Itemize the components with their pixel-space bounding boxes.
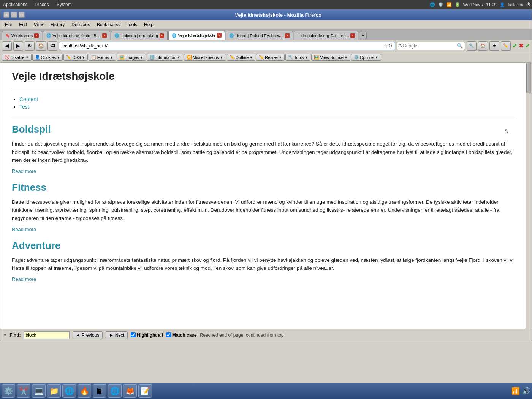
tab-wireframes[interactable]: 🔖 Wireframes × (2, 31, 42, 40)
applications-menu[interactable]: Applications (2, 1, 29, 8)
tab-vejle-bl[interactable]: 🌐 Vejle Idrætshøjskole | Bl... × (43, 31, 110, 40)
tab-vejle-active[interactable]: 🌐 Vejle Idrætshøjskole × (168, 31, 225, 40)
tab-raised-eyebrow[interactable]: 🌐 Home | Raised Eyebrow... × (226, 31, 293, 40)
disable-button[interactable]: 🚫 Disable ▼ (2, 54, 32, 61)
menu-file[interactable]: File (2, 21, 15, 28)
scroll-thumb[interactable] (526, 63, 531, 93)
taskbar-icon-editor[interactable]: 📝 (138, 384, 152, 398)
tools-icon[interactable]: 🔧 (467, 41, 477, 51)
pencil-icon[interactable]: ✏️ (501, 41, 511, 51)
back-button[interactable]: ◀ (2, 41, 12, 51)
view-source-button[interactable]: 🖼️ View Source ▼ (311, 54, 350, 61)
test-link[interactable]: Test (19, 104, 29, 110)
tray-wifi-icon: 📶 (511, 387, 520, 395)
refresh-icon[interactable]: ↻ (388, 43, 393, 49)
bookmark-icon[interactable]: ★ (489, 41, 499, 51)
content-area: Vejle Idrætshøjskole Content Test Boldsp… (0, 63, 532, 329)
tab-icon: 🔖 (5, 33, 10, 38)
mouse-cursor: ↖ (504, 127, 509, 135)
minimize-button[interactable]: − (11, 12, 17, 18)
previous-button[interactable]: ◄ Previous (73, 331, 103, 339)
taskbar-icon-firefox[interactable]: 🔥 (78, 384, 91, 398)
highlight-all-label[interactable]: Highlight all (131, 332, 163, 338)
taskbar-icon-terminal[interactable]: 💻 (32, 384, 46, 398)
information-button[interactable]: ℹ️ Information ▼ (147, 54, 183, 61)
menu-bookmarks[interactable]: Bookmarks (94, 21, 123, 28)
search-icon[interactable]: 🔍 (457, 43, 463, 49)
bookmark-star-icon[interactable]: ☆ (383, 43, 388, 49)
menu-help[interactable]: Help (141, 21, 157, 28)
search-input[interactable] (403, 43, 456, 49)
nav-list-item: Content (19, 96, 514, 102)
options-label: Options (360, 55, 374, 60)
title-divider (12, 90, 88, 90)
checkmark2-icon[interactable]: ✔ (525, 42, 530, 49)
fitness-read-more[interactable]: Read more (12, 226, 36, 232)
stop-red-icon[interactable]: ✖ (519, 42, 524, 49)
maximize-button[interactable]: □ (19, 12, 25, 18)
content-link[interactable]: Content (19, 96, 38, 102)
new-tab-button[interactable]: + (359, 32, 367, 39)
find-close-button[interactable]: × (3, 332, 6, 338)
miscellaneous-button[interactable]: 🔀 Miscellaneous ▼ (184, 54, 226, 61)
tab-close-wireframes[interactable]: × (34, 33, 39, 38)
taskbar-icon-settings[interactable]: ⚙️ (2, 384, 15, 398)
find-input[interactable] (24, 331, 70, 339)
menu-edit[interactable]: Edit (16, 21, 30, 28)
taskbar-icon-mozilla[interactable]: 🦊 (123, 384, 137, 398)
tab-close-vejle-active[interactable]: × (217, 33, 222, 38)
taskbar-icon-chrome[interactable]: 🌐 (62, 384, 76, 398)
bookmark-sidebar-button[interactable]: 🏷 (48, 41, 57, 51)
search-bar[interactable]: G 🔍 (397, 42, 465, 50)
forward-button[interactable]: ▶ (13, 41, 23, 51)
checkmark-green-icon[interactable]: ✔ (512, 42, 517, 49)
home-button[interactable]: 🏠 (36, 41, 46, 51)
taskbar-icon-scissors[interactable]: ✂️ (17, 384, 30, 398)
css-button[interactable]: ✏️ CSS ▼ (63, 54, 88, 61)
tools-button[interactable]: 🔧 Tools ▼ (285, 54, 311, 61)
vpn-icon: 🛡️ (438, 2, 443, 7)
home-icon2[interactable]: 🏠 (478, 41, 488, 51)
resize-button[interactable]: ✏️ Resize ▼ (256, 54, 285, 61)
images-button[interactable]: 🖼️ Images ▼ (117, 54, 146, 61)
menu-tools[interactable]: Tools (124, 21, 140, 28)
options-button[interactable]: ⚙️ Options ▼ (351, 54, 381, 61)
wifi-icon: 📶 (446, 2, 452, 7)
network-icon: 🌐 (430, 2, 435, 7)
close-button[interactable]: × (3, 12, 10, 18)
next-button[interactable]: ► Next (106, 331, 128, 339)
taskbar-icon-files[interactable]: 📁 (47, 384, 61, 398)
match-case-checkbox[interactable] (166, 332, 171, 337)
reload-button[interactable]: ↻ (25, 41, 35, 51)
scrollbar[interactable] (526, 63, 532, 329)
adventure-read-more[interactable]: Read more (12, 276, 36, 282)
taskbar-icon-calculator[interactable]: 🖩 (93, 384, 106, 398)
tab-lsolesen[interactable]: 🌐 lsolesen | drupal.org × (111, 31, 168, 40)
menu-view[interactable]: View (31, 21, 47, 28)
tab-close-vejle-bl[interactable]: × (102, 33, 107, 38)
forms-button[interactable]: 📋 Forms ▼ (89, 54, 116, 61)
tab-close-drupalcode[interactable]: × (350, 33, 355, 38)
system-menu[interactable]: System (55, 1, 73, 8)
tab-label: Vejle Idrætshøjskole | Bl... (52, 33, 101, 38)
cookies-button[interactable]: 👤 Cookies ▼ (32, 54, 63, 61)
tab-close-lsolesen[interactable]: × (160, 33, 164, 38)
highlight-all-checkbox[interactable] (131, 332, 136, 337)
forms-arrow-icon: ▼ (110, 55, 113, 59)
menu-delicious[interactable]: Delicious (68, 21, 93, 28)
taskbar-icon-internet[interactable]: 🌐 (108, 384, 122, 398)
url-bar[interactable]: localhost/vih_dk_build/ ☆ ↻ (59, 42, 395, 50)
boldspil-text: Finder du det sjovest og mest inspireren… (12, 140, 514, 165)
tab-icon: 🌐 (172, 33, 176, 38)
tab-close-raised[interactable]: × (285, 33, 290, 38)
images-icon: 🖼️ (119, 55, 125, 60)
nav-bar: ◀ ▶ ↻ 🏠 🏷 localhost/vih_dk_build/ ☆ ↻ G … (0, 40, 532, 52)
tab-drupalcode[interactable]: ⠿ drupalcode.org Git - pro... × (294, 31, 358, 40)
outline-button[interactable]: ✏️ Outline ▼ (227, 54, 256, 61)
power-icon[interactable]: ⏻ (526, 2, 530, 7)
places-menu[interactable]: Places (34, 1, 51, 8)
menu-history[interactable]: History (48, 21, 68, 28)
fitness-title: Fitness (12, 182, 514, 193)
match-case-label[interactable]: Match case (166, 332, 197, 338)
boldspil-read-more[interactable]: Read more (12, 168, 36, 174)
